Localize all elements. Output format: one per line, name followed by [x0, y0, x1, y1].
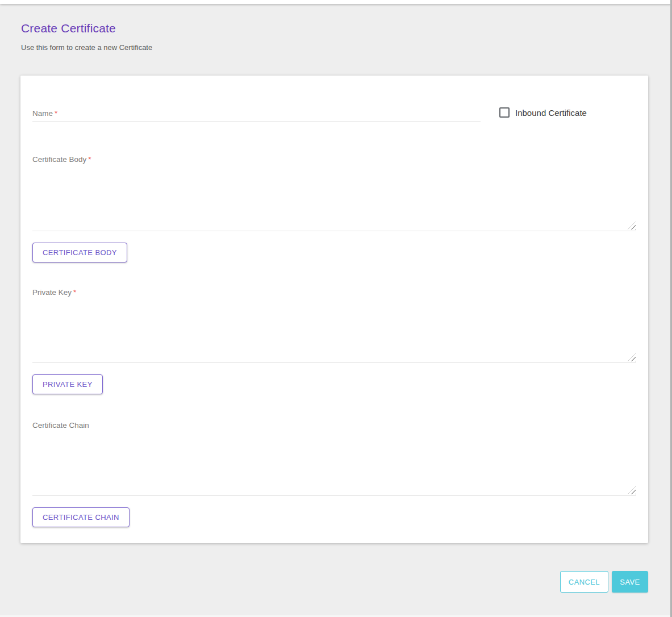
certificate-chain-group: Certificate Chain CERTIFICATE CHAIN	[32, 421, 636, 527]
certificate-chain-textarea-wrap	[32, 432, 636, 496]
save-button[interactable]: SAVE	[612, 571, 648, 593]
name-input[interactable]	[32, 118, 481, 122]
name-field-group: Name*	[32, 109, 481, 122]
certificate-chain-label: Certificate Chain	[32, 421, 636, 430]
name-row: Name* Inbound Certificate	[32, 109, 636, 122]
inbound-certificate-checkbox[interactable]: Inbound Certificate	[499, 107, 587, 118]
certificate-body-group: Certificate Body* CERTIFICATE BODY	[32, 155, 636, 262]
certificate-body-button[interactable]: CERTIFICATE BODY	[32, 243, 127, 262]
private-key-textarea-wrap	[32, 299, 636, 363]
private-key-textarea[interactable]	[32, 299, 636, 363]
certificate-body-label: Certificate Body*	[32, 155, 636, 164]
required-asterisk: *	[55, 109, 57, 118]
certificate-body-textarea[interactable]	[32, 166, 636, 231]
certificate-chain-textarea[interactable]	[32, 432, 636, 496]
private-key-label: Private Key*	[32, 288, 636, 297]
form-actions: CANCEL SAVE	[0, 571, 648, 593]
certificate-chain-button[interactable]: CERTIFICATE CHAIN	[32, 507, 130, 527]
checkbox-icon[interactable]	[499, 107, 510, 118]
create-certificate-form-card: Name* Inbound Certificate Certificate Bo…	[20, 76, 648, 543]
name-label: Name*	[32, 109, 481, 118]
certificate-body-textarea-wrap	[32, 166, 636, 231]
required-asterisk: *	[73, 288, 76, 297]
page-subtitle: Use this form to create a new Certificat…	[21, 43, 651, 52]
private-key-button[interactable]: PRIVATE KEY	[32, 374, 103, 394]
required-asterisk: *	[88, 155, 91, 164]
page-header: Create Certificate Use this form to crea…	[21, 22, 651, 52]
inbound-certificate-label: Inbound Certificate	[515, 108, 587, 118]
top-app-bar-edge	[0, 0, 672, 4]
page-title: Create Certificate	[21, 22, 651, 35]
private-key-group: Private Key* PRIVATE KEY	[32, 288, 636, 394]
cancel-button[interactable]: CANCEL	[560, 571, 608, 593]
